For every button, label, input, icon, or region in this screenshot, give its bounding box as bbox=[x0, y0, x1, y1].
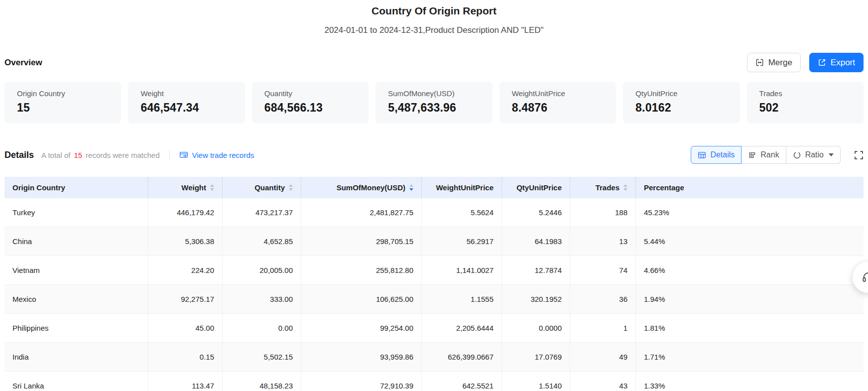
card-label: Quantity bbox=[264, 89, 369, 98]
table-icon bbox=[698, 151, 706, 159]
column-header-label: Trades bbox=[596, 183, 620, 192]
column-header-trades[interactable]: Trades bbox=[570, 177, 636, 198]
card-label: QtyUnitPrice bbox=[635, 89, 740, 98]
view-trade-records-label: View trade records bbox=[192, 151, 254, 159]
overview-actions: Merge Export bbox=[747, 53, 864, 72]
cell-qty_unit_price: 0.0000 bbox=[502, 314, 570, 342]
headset-icon bbox=[862, 271, 868, 284]
table-body: Turkey446,179.42473,217.372,481,827.755.… bbox=[4, 198, 864, 391]
cell-weight: 113.47 bbox=[148, 372, 223, 391]
cell-sum_of_money: 106,625.00 bbox=[301, 285, 422, 313]
card-value: 8.4876 bbox=[512, 101, 616, 115]
cell-trades: 1 bbox=[570, 314, 636, 342]
overview-card: Weight 646,547.34 bbox=[128, 82, 245, 124]
card-value: 5,487,633.96 bbox=[388, 101, 492, 115]
sort-icon[interactable] bbox=[210, 184, 214, 191]
column-header-qty_unit_price: QtyUnitPrice bbox=[502, 177, 570, 198]
rank-icon bbox=[748, 151, 756, 159]
card-label: Weight bbox=[140, 89, 245, 98]
cell-weight: 5,306.38 bbox=[148, 227, 223, 256]
column-header-label: Weight bbox=[181, 183, 206, 192]
cell-quantity: 5,502.15 bbox=[223, 343, 301, 371]
column-header-origin_country: Origin Country bbox=[4, 177, 148, 198]
sort-icon[interactable] bbox=[409, 184, 413, 191]
cell-qty_unit_price: 17.0769 bbox=[502, 343, 570, 371]
view-switcher: DetailsRankRatio bbox=[691, 146, 841, 164]
chevron-down-icon bbox=[829, 153, 834, 156]
export-button-label: Export bbox=[831, 58, 855, 68]
cell-qty_unit_price: 12.7874 bbox=[502, 256, 570, 284]
card-value: 684,566.13 bbox=[264, 101, 369, 115]
tab-ratio[interactable]: Ratio bbox=[786, 146, 841, 164]
cell-sum_of_money: 255,812.80 bbox=[301, 256, 422, 284]
column-header-percentage: Percentage bbox=[636, 177, 864, 198]
cell-sum_of_money: 93,959.86 bbox=[301, 343, 422, 371]
cell-qty_unit_price: 64.1983 bbox=[502, 227, 570, 256]
cell-sum_of_money: 298,705.15 bbox=[301, 227, 422, 256]
cell-origin_country: Vietnam bbox=[4, 256, 148, 284]
cell-percentage: 5.44% bbox=[636, 227, 864, 256]
column-header-sum_of_money[interactable]: SumOfMoney(USD) bbox=[301, 177, 422, 198]
cell-weight_unit_price: 626,399.0667 bbox=[422, 343, 502, 371]
view-trade-records-link[interactable]: View trade records bbox=[179, 151, 254, 159]
cell-trades: 49 bbox=[570, 343, 636, 371]
match-suffix: records were matched bbox=[86, 151, 159, 159]
card-value: 15 bbox=[17, 101, 121, 115]
sort-icon[interactable] bbox=[623, 184, 627, 191]
table-row: Mexico92,275.17333.00106,625.001.1555320… bbox=[4, 285, 864, 314]
cell-percentage: 1.94% bbox=[636, 285, 864, 313]
card-label: Origin Country bbox=[17, 89, 121, 98]
export-icon bbox=[818, 58, 826, 67]
report-subtitle: 2024-01-01 to 2024-12-31,Product Descrip… bbox=[0, 25, 868, 35]
tab-rank[interactable]: Rank bbox=[742, 146, 786, 164]
column-header-weight[interactable]: Weight bbox=[148, 177, 223, 198]
overview-card: Quantity 684,566.13 bbox=[252, 82, 369, 124]
tab-details[interactable]: Details bbox=[691, 146, 742, 164]
sort-icon[interactable] bbox=[289, 184, 293, 191]
cell-trades: 74 bbox=[570, 256, 636, 284]
cell-weight_unit_price: 1.1555 bbox=[422, 285, 502, 313]
cell-percentage: 4.66% bbox=[636, 256, 864, 284]
cell-weight: 446,179.42 bbox=[148, 198, 223, 227]
card-value: 646,547.34 bbox=[140, 101, 245, 115]
table-header-row: Origin CountryWeightQuantitySumOfMoney(U… bbox=[4, 177, 864, 198]
tab-label: Rank bbox=[760, 150, 779, 159]
fullscreen-icon[interactable] bbox=[854, 150, 864, 160]
column-header-label: Quantity bbox=[254, 183, 285, 192]
merge-icon bbox=[755, 58, 764, 67]
cell-origin_country: Philippines bbox=[4, 314, 148, 342]
cell-percentage: 45.23% bbox=[636, 198, 864, 227]
column-header-quantity[interactable]: Quantity bbox=[223, 177, 301, 198]
cell-percentage: 1.71% bbox=[636, 343, 864, 371]
export-button[interactable]: Export bbox=[809, 53, 864, 72]
cell-trades: 43 bbox=[570, 372, 636, 391]
cell-weight_unit_price: 2,205.6444 bbox=[422, 314, 502, 342]
table-row: China5,306.384,652.85298,705.1556.291764… bbox=[4, 227, 864, 256]
overview-card: Origin Country 15 bbox=[4, 82, 121, 124]
cell-weight_unit_price: 1,141.0027 bbox=[422, 256, 502, 284]
cell-quantity: 4,652.85 bbox=[223, 227, 301, 256]
column-header-label: Origin Country bbox=[12, 183, 65, 192]
overview-card: Trades 502 bbox=[747, 82, 864, 124]
ratio-icon bbox=[793, 151, 801, 159]
cell-quantity: 48,158.23 bbox=[223, 372, 301, 391]
cell-percentage: 1.81% bbox=[636, 314, 864, 342]
merge-button-label: Merge bbox=[768, 58, 792, 68]
cell-origin_country: Mexico bbox=[4, 285, 148, 313]
column-header-label: SumOfMoney(USD) bbox=[337, 183, 405, 192]
cell-trades: 13 bbox=[570, 227, 636, 256]
cell-percentage: 1.33% bbox=[636, 372, 864, 391]
card-label: SumOfMoney(USD) bbox=[388, 89, 492, 98]
match-prefix: A total of bbox=[41, 151, 70, 159]
overview-card: SumOfMoney(USD) 5,487,633.96 bbox=[375, 82, 492, 124]
table-row: Turkey446,179.42473,217.372,481,827.755.… bbox=[4, 198, 864, 227]
tab-label: Ratio bbox=[805, 150, 824, 159]
overview-bar: Overview Merge Export bbox=[4, 53, 864, 72]
column-header-label: Percentage bbox=[644, 183, 684, 192]
cell-origin_country: China bbox=[4, 227, 148, 256]
merge-button[interactable]: Merge bbox=[747, 53, 801, 72]
details-bar: Details A total of 15 records were match… bbox=[4, 146, 864, 164]
match-summary: A total of 15 records were matched bbox=[41, 151, 159, 159]
cell-sum_of_money: 2,481,827.75 bbox=[301, 198, 422, 227]
column-header-label: WeightUnitPrice bbox=[436, 183, 494, 192]
